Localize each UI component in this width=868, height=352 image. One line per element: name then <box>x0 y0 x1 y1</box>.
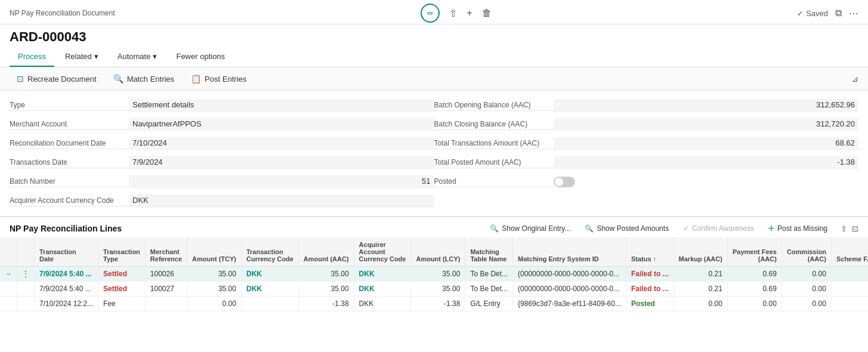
row-dots[interactable] <box>17 297 35 311</box>
total-posted-label: Total Posted Amount (AAC) <box>434 158 554 168</box>
top-bar-right: ✓ Saved ⧉ ⋯ <box>797 8 858 19</box>
chevron-down-icon: ▾ <box>153 52 157 61</box>
row-amount-tcy: 35.00 <box>187 282 242 297</box>
type-value: Settlement details <box>129 99 434 112</box>
batch-close-label: Batch Closing Balance (AAC) <box>434 120 554 130</box>
row-merch-ref: 100026 <box>145 267 187 282</box>
col-dots <box>17 237 35 267</box>
col-commission: Commission(AAC) <box>781 237 831 267</box>
post-as-missing-button[interactable]: ✛ Post as Missing <box>762 222 833 235</box>
table-row[interactable]: 7/10/2024 12:2... Fee 0.00 -1.38 DKK -1.… <box>0 297 868 311</box>
share-icon[interactable]: ⇧ <box>449 8 457 19</box>
row-matching-id: (00000000-0000-0000-0000-0... <box>513 267 626 282</box>
post-entries-button[interactable]: 📋 Post Entries <box>184 71 254 87</box>
row-txn-type: Settled <box>98 282 146 297</box>
checkmark-icon: ✓ <box>797 9 804 18</box>
saved-label: ✓ Saved <box>797 9 828 18</box>
form-row-currency: Acquirer Account Currency Code DKK <box>10 193 434 209</box>
add-icon[interactable]: + <box>467 8 472 18</box>
form-row-type: Type Settlement details <box>10 98 434 113</box>
col-payment-fees: Payment Fees(AAC) <box>727 237 781 267</box>
show-original-entry-button[interactable]: 🔍 Show Original Entry... <box>484 222 576 235</box>
search2-icon: 🔍 <box>585 224 594 233</box>
match-entries-button[interactable]: 🔍 Match Entries <box>106 71 181 87</box>
toolbar: ⊡ Recreate Document 🔍 Match Entries 📋 Po… <box>0 67 868 91</box>
table-row[interactable]: 7/9/2024 5:40 ... Settled 100027 35.00 D… <box>0 282 868 297</box>
row-amount-tcy: 35.00 <box>187 267 242 282</box>
row-arrow <box>0 282 17 297</box>
row-acq-currency: DKK <box>354 297 411 311</box>
batch-open-label: Batch Opening Balance (AAC) <box>434 101 554 111</box>
edit-icon[interactable]: ✏ <box>421 4 440 23</box>
row-matching-id: {9869c3d7-9a3e-ef11-8409-60... <box>513 297 626 311</box>
form-row-batch: Batch Number 51 <box>10 174 434 190</box>
check-icon: ✓ <box>683 224 689 233</box>
page-title: ARD-000043 <box>0 24 868 47</box>
posted-toggle[interactable] <box>554 177 575 187</box>
row-scheme: 0 <box>831 267 868 282</box>
row-txn-currency <box>241 297 298 311</box>
expand2-icon[interactable]: ⊡ <box>852 224 858 233</box>
open-icon[interactable]: ⧉ <box>835 8 842 18</box>
row-dots[interactable] <box>17 282 35 297</box>
row-amount-aac: 35.00 <box>298 282 354 297</box>
match-icon: 🔍 <box>113 74 123 84</box>
form-row-total-txn: Total Transactions Amount (AAC) 68.62 <box>434 136 859 152</box>
form-row-recon-date: Reconciliation Document Date 7/10/2024 <box>10 136 434 152</box>
row-acq-currency: DKK <box>354 282 411 297</box>
col-markup: Markup (AAC) <box>674 237 727 267</box>
row-payment-fees: 0.00 <box>727 297 781 311</box>
row-txn-date: 7/9/2024 5:40 ... <box>35 267 98 282</box>
row-scheme: 0 <box>831 282 868 297</box>
col-matching-id: Matching Entry System ID <box>513 237 626 267</box>
row-amount-lcy: 35.00 <box>411 267 465 282</box>
confirm-awareness-button[interactable]: ✓ Confirm Awareness <box>677 222 760 235</box>
currency-label: Acquirer Account Currency Code <box>10 196 129 206</box>
delete-icon[interactable]: 🗑 <box>482 8 492 18</box>
row-txn-currency: DKK <box>241 267 298 282</box>
nav-related[interactable]: Related ▾ <box>57 47 107 67</box>
nav-process[interactable]: Process <box>10 47 54 67</box>
row-arrow: → <box>0 267 17 282</box>
table-row[interactable]: → ⋮ 7/9/2024 5:40 ... Settled 100026 35.… <box>0 267 868 282</box>
table-container: TransactionDate TransactionType Merchant… <box>0 237 868 311</box>
recon-date-value: 7/10/2024 <box>129 137 434 150</box>
share2-icon[interactable]: ⇧ <box>841 224 847 233</box>
toolbar-right: ⊿ <box>852 75 858 84</box>
recreate-icon: ⊡ <box>17 74 24 84</box>
posted-label: Posted <box>434 177 554 187</box>
col-merch-ref: MerchantReference <box>145 237 187 267</box>
row-merch-ref <box>145 297 187 311</box>
lines-section-title: NP Pay Reconciliation Lines <box>10 224 122 233</box>
top-bar-left: NP Pay Reconciliation Document <box>10 9 115 17</box>
nav-fewer-options[interactable]: Fewer options <box>168 47 233 67</box>
row-amount-aac: 35.00 <box>298 267 354 282</box>
row-matching-table: To Be Det... <box>465 282 513 297</box>
row-txn-date: 7/9/2024 5:40 ... <box>35 282 98 297</box>
row-dots[interactable]: ⋮ <box>17 267 35 282</box>
row-commission: 0.00 <box>781 282 831 297</box>
merchant-label: Merchant Account <box>10 120 129 130</box>
row-txn-currency: DKK <box>241 282 298 297</box>
nav-bar: Process Related ▾ Automate ▾ Fewer optio… <box>0 47 868 67</box>
total-txn-value: 68.62 <box>554 137 859 150</box>
row-markup: 0.21 <box>674 282 727 297</box>
col-amount-lcy: Amount (LCY) <box>411 237 465 267</box>
plus-icon: ✛ <box>768 224 774 233</box>
batch-value: 51 <box>129 175 434 189</box>
col-txn-date: TransactionDate <box>35 237 98 267</box>
nav-automate[interactable]: Automate ▾ <box>109 47 166 67</box>
col-status: Status ↑ <box>626 237 674 267</box>
row-scheme: 0 <box>831 297 868 311</box>
col-txn-type: TransactionType <box>98 237 146 267</box>
search-icon: 🔍 <box>490 224 499 233</box>
txn-date-value: 7/9/2024 <box>129 156 434 169</box>
expand-icon[interactable]: ⊿ <box>852 75 858 84</box>
lines-section-header: NP Pay Reconciliation Lines 🔍 Show Origi… <box>0 216 868 237</box>
recreate-document-button[interactable]: ⊡ Recreate Document <box>10 71 104 87</box>
row-amount-aac: -1.38 <box>298 297 354 311</box>
top-bar: NP Pay Reconciliation Document ✏ ⇧ + 🗑 ✓… <box>0 0 868 24</box>
show-posted-amounts-button[interactable]: 🔍 Show Posted Amounts <box>579 222 675 235</box>
form-row-merchant: Merchant Account NavipartnerAfPPOS <box>10 117 434 132</box>
more-icon[interactable]: ⋯ <box>849 8 858 19</box>
